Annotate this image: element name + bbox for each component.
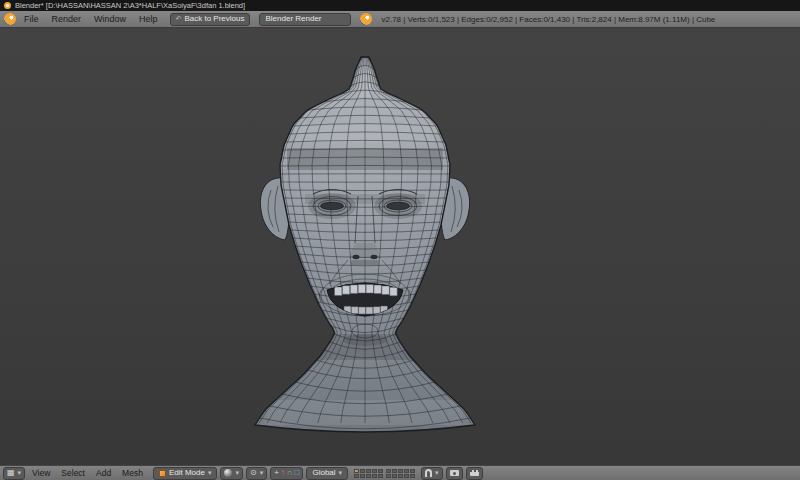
manipulator-axis-icon[interactable]: +	[274, 469, 279, 477]
render-opengl-image-button[interactable]	[446, 467, 463, 480]
layer-cell[interactable]	[354, 474, 359, 478]
layer-cell[interactable]	[410, 474, 415, 478]
layer-cell[interactable]	[378, 469, 383, 473]
3d-viewport[interactable]	[0, 28, 800, 465]
viewport-shading-select[interactable]: ▾	[220, 467, 243, 480]
layer-cell[interactable]	[354, 469, 359, 473]
menu-view[interactable]: View	[28, 468, 54, 478]
layer-cell[interactable]	[360, 474, 365, 478]
head-mesh-model[interactable]	[115, 28, 615, 465]
scale-manipulator-icon[interactable]: □	[295, 469, 300, 477]
dropdown-arrow-icon: ▾	[339, 467, 343, 479]
layer-cell[interactable]	[366, 469, 371, 473]
layer-cell[interactable]	[366, 474, 371, 478]
menu-file[interactable]: File	[19, 14, 44, 24]
shading-sphere-icon	[224, 469, 232, 477]
layer-cell[interactable]	[360, 469, 365, 473]
rotate-manipulator-icon[interactable]: ∩	[287, 469, 293, 477]
transform-orientation-select[interactable]: Global ▾	[306, 467, 348, 480]
mode-select[interactable]: Edit Mode ▾	[153, 467, 218, 480]
layer-cell[interactable]	[410, 469, 415, 473]
dropdown-arrow-icon: ▾	[18, 467, 22, 479]
menu-help[interactable]: Help	[134, 14, 163, 24]
window-title: Blender* [D:\HASSAN\HASSAN 2\A3*HALF\XaS…	[15, 1, 245, 10]
layer-cell[interactable]	[386, 474, 391, 478]
editor-type-button[interactable]: ▦ ▾	[3, 467, 25, 480]
render-opengl-anim-button[interactable]	[466, 467, 483, 480]
layer-cell[interactable]	[398, 469, 403, 473]
editor-type-icon: ▦	[7, 469, 15, 477]
menu-add[interactable]: Add	[92, 468, 115, 478]
layer-cell[interactable]	[386, 469, 391, 473]
menu-mesh[interactable]: Mesh	[118, 468, 147, 478]
menu-select[interactable]: Select	[57, 468, 89, 478]
dropdown-arrow-icon: ▾	[435, 467, 439, 479]
dropdown-arrow-icon: ▾	[208, 467, 212, 479]
blender-logo-icon	[4, 2, 11, 9]
window-title-bar: Blender* [D:\HASSAN\HASSAN 2\A3*HALF\XaS…	[0, 0, 800, 11]
layer-cell[interactable]	[378, 474, 383, 478]
dropdown-arrow-icon: ▾	[235, 467, 239, 479]
dropdown-arrow-icon: ▾	[260, 467, 264, 479]
back-to-previous-button[interactable]: ↶ Back to Previous	[170, 13, 251, 26]
render-engine-select[interactable]: Blender Render	[259, 13, 351, 26]
viewport-header: ▦ ▾ View Select Add Mesh Edit Mode ▾ ▾ ⊙…	[0, 465, 800, 480]
info-header: File Render Window Help ↶ Back to Previo…	[0, 11, 800, 28]
snap-toggle-button[interactable]: ▾	[421, 467, 443, 480]
magnet-icon	[425, 469, 432, 477]
translate-manipulator-icon[interactable]: ↑	[281, 469, 285, 477]
layer-cell[interactable]	[398, 474, 403, 478]
layer-cell[interactable]	[404, 474, 409, 478]
layers-widget[interactable]	[354, 469, 415, 478]
camera-icon	[450, 470, 459, 476]
menu-render[interactable]: Render	[47, 14, 87, 24]
menu-window[interactable]: Window	[89, 14, 131, 24]
layer-cell[interactable]	[392, 469, 397, 473]
layer-cell[interactable]	[372, 474, 377, 478]
layer-cell[interactable]	[404, 469, 409, 473]
pivot-icon: ⊙	[250, 469, 257, 477]
layer-cell[interactable]	[392, 474, 397, 478]
manipulator-buttons[interactable]: + ↑ ∩ □	[270, 467, 303, 480]
layer-cell[interactable]	[372, 469, 377, 473]
blender-logo-icon[interactable]	[4, 13, 16, 25]
edit-mode-icon	[159, 470, 166, 477]
scene-statistics: v2.78 | Verts:0/1,523 | Edges:0/2,952 | …	[381, 15, 715, 24]
back-arrow-icon: ↶	[176, 13, 182, 25]
pivot-point-select[interactable]: ⊙ ▾	[246, 467, 267, 480]
clapperboard-icon	[470, 470, 479, 476]
blender-logo-icon	[360, 13, 372, 25]
